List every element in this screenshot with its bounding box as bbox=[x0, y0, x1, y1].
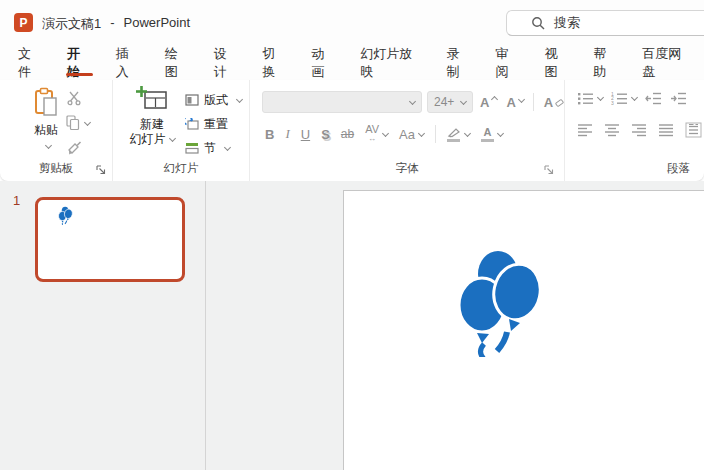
new-slide-label-line2: 幻灯片 bbox=[130, 132, 166, 146]
slide-thumbnail-1[interactable] bbox=[35, 197, 185, 282]
copy-dropdown-chevron-icon bbox=[84, 118, 91, 125]
underline-button[interactable]: U bbox=[301, 127, 310, 142]
ribbon-tab-bar: 文件 开始 插入 绘图 设计 切换 动画 幻灯片放映 录制 审阅 视图 帮助 百… bbox=[0, 45, 704, 80]
new-slide-button[interactable]: 新建 幻灯片 bbox=[121, 86, 183, 147]
paragraph-group: 1 2 3 bbox=[565, 80, 704, 181]
font-group-label: 字体 bbox=[250, 161, 564, 176]
search-label: 搜索 bbox=[554, 14, 580, 32]
font-size-value: 24+ bbox=[434, 95, 454, 109]
bold-button[interactable]: B bbox=[265, 127, 274, 142]
font-dialog-launcher[interactable] bbox=[544, 165, 554, 175]
divider bbox=[435, 125, 436, 143]
font-name-chevron-icon bbox=[409, 97, 416, 104]
cut-icon bbox=[66, 90, 82, 106]
spacing-arrow-icon: ↔ bbox=[368, 134, 376, 143]
powerpoint-app-icon: P bbox=[14, 13, 33, 32]
tab-file[interactable]: 文件 bbox=[6, 45, 55, 80]
text-highlight-button[interactable] bbox=[447, 127, 470, 142]
ribbon: 粘贴 bbox=[0, 80, 704, 181]
tab-design[interactable]: 设计 bbox=[202, 45, 251, 80]
title-separator: - bbox=[110, 15, 114, 33]
tab-animations[interactable]: 动画 bbox=[299, 45, 348, 80]
character-spacing-button[interactable]: AV↔ bbox=[365, 125, 388, 143]
svg-text:3: 3 bbox=[611, 100, 614, 106]
paste-dropdown-chevron-icon bbox=[44, 142, 51, 149]
grow-font-caret-icon bbox=[491, 95, 498, 102]
numbering-icon: 1 2 3 bbox=[611, 91, 628, 106]
tab-help[interactable]: 帮助 bbox=[581, 45, 630, 80]
format-painter-icon bbox=[66, 140, 82, 156]
tab-draw[interactable]: 绘图 bbox=[153, 45, 202, 80]
decrease-indent-button[interactable] bbox=[645, 91, 662, 106]
new-slide-icon bbox=[136, 86, 168, 113]
clipboard-dialog-launcher[interactable] bbox=[96, 165, 106, 175]
slide-number: 1 bbox=[13, 193, 20, 208]
text-shadow-button[interactable]: S bbox=[321, 127, 330, 142]
tab-review[interactable]: 审阅 bbox=[484, 45, 533, 80]
new-slide-chevron-icon bbox=[168, 135, 175, 142]
shrink-font-button[interactable]: A bbox=[506, 95, 522, 110]
copy-icon bbox=[66, 115, 81, 131]
layout-chevron-icon bbox=[236, 95, 243, 102]
balloons-image[interactable] bbox=[456, 247, 544, 357]
copy-button[interactable] bbox=[66, 114, 90, 132]
paragraph-row1: 1 2 3 bbox=[577, 91, 687, 106]
highlight-chevron-icon bbox=[464, 129, 471, 136]
font-size-combo[interactable]: 24+ bbox=[427, 91, 473, 113]
bullets-icon bbox=[577, 91, 594, 106]
tab-transitions[interactable]: 切换 bbox=[251, 45, 300, 80]
align-center-button[interactable] bbox=[604, 123, 620, 137]
layout-button[interactable]: 版式 bbox=[185, 88, 242, 112]
bullets-button[interactable] bbox=[577, 91, 603, 106]
shrink-font-caret-icon bbox=[518, 95, 525, 102]
tab-insert[interactable]: 插入 bbox=[104, 45, 153, 80]
tab-record[interactable]: 录制 bbox=[435, 45, 484, 80]
search-box[interactable]: 搜索 bbox=[506, 10, 704, 36]
font-color-chevron-icon bbox=[497, 129, 504, 136]
align-right-button[interactable] bbox=[631, 123, 647, 137]
slides-group: 新建 幻灯片 版式 重置 bbox=[113, 80, 250, 181]
section-label: 节 bbox=[204, 140, 216, 157]
tab-slideshow[interactable]: 幻灯片放映 bbox=[348, 45, 434, 80]
font-format-buttons: B I U S ab AV↔ Aa bbox=[265, 122, 503, 146]
increase-indent-button[interactable] bbox=[670, 91, 687, 106]
tab-baidu-netdisk[interactable]: 百度网盘 bbox=[630, 45, 704, 80]
layout-icon bbox=[185, 94, 199, 106]
font-size-buttons: A A A bbox=[480, 91, 560, 113]
tab-home[interactable]: 开始 bbox=[55, 45, 104, 80]
italic-button[interactable]: I bbox=[285, 126, 289, 142]
pane-divider[interactable] bbox=[205, 181, 206, 470]
app-name: PowerPoint bbox=[124, 15, 190, 33]
layout-label: 版式 bbox=[204, 92, 228, 109]
font-color-button[interactable]: A bbox=[481, 127, 503, 142]
justify-button[interactable] bbox=[658, 123, 674, 137]
line-spacing-button[interactable] bbox=[685, 122, 702, 138]
font-name-combo[interactable] bbox=[262, 91, 422, 113]
tab-view[interactable]: 视图 bbox=[532, 45, 581, 80]
slide-canvas[interactable] bbox=[343, 190, 704, 470]
grow-font-button[interactable]: A bbox=[480, 95, 496, 110]
format-painter-button[interactable] bbox=[66, 139, 90, 157]
font-color-bar bbox=[481, 139, 494, 142]
paragraph-group-label: 段落 bbox=[565, 161, 704, 176]
section-button[interactable]: 节 bbox=[185, 136, 242, 160]
clear-formatting-button[interactable]: A bbox=[544, 95, 560, 110]
cut-button[interactable] bbox=[66, 89, 90, 107]
strikethrough-button[interactable]: ab bbox=[341, 127, 354, 141]
section-chevron-icon bbox=[224, 143, 231, 150]
bullets-chevron-icon bbox=[597, 94, 604, 101]
paste-icon bbox=[33, 87, 59, 117]
search-icon bbox=[531, 16, 545, 30]
eraser-icon bbox=[555, 98, 564, 107]
reset-icon bbox=[185, 118, 199, 130]
change-case-button[interactable]: Aa bbox=[399, 127, 424, 142]
numbering-button[interactable]: 1 2 3 bbox=[611, 91, 637, 106]
slides-small-buttons: 版式 重置 节 bbox=[185, 88, 242, 160]
highlight-color-bar bbox=[447, 139, 460, 142]
align-left-button[interactable] bbox=[577, 123, 593, 137]
divider bbox=[533, 93, 534, 111]
reset-button[interactable]: 重置 bbox=[185, 112, 242, 136]
reset-label: 重置 bbox=[204, 116, 228, 133]
paragraph-row2 bbox=[577, 121, 704, 139]
change-case-chevron-icon bbox=[418, 129, 425, 136]
